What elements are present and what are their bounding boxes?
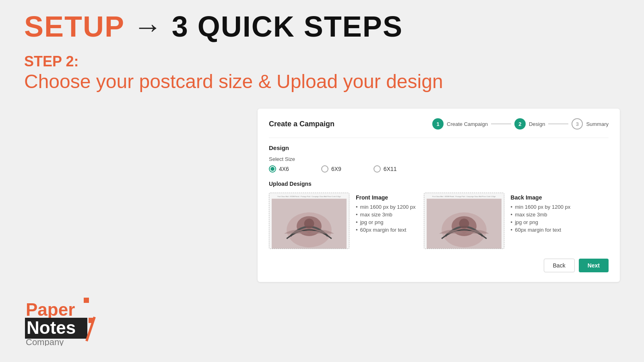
front-spec-3: jpg or png [356, 219, 416, 225]
front-upload-info: Front Image min 1600 px by 1200 px max s… [356, 193, 416, 234]
size-6x11-label: 6X11 [384, 166, 397, 172]
back-spec-3: jpg or png [511, 219, 571, 225]
front-thumb-top: First Class Mail - EDDM Retail - Postage… [272, 195, 347, 198]
title-arrow: → [133, 10, 163, 43]
back-thumb-top: First Class Mail - EDDM Retail - Postage… [427, 195, 502, 198]
size-6x9-label: 6X9 [331, 166, 341, 172]
size-4x6[interactable]: 4X6 [269, 165, 289, 173]
size-6x9[interactable]: 6X9 [321, 165, 341, 173]
step-description: Choose your postcard size & Upload your … [24, 70, 620, 93]
step3-name: Summary [586, 121, 609, 127]
front-image-specs: min 1600 px by 1200 px max size 3mb jpg … [356, 204, 416, 233]
back-image-specs: min 1600 px by 1200 px max size 3mb jpg … [511, 204, 571, 233]
back-image-title: Back Image [511, 194, 571, 201]
front-spec-1: min 1600 px by 1200 px [356, 204, 416, 210]
design-section-title: Design [269, 144, 609, 151]
action-buttons: Back Next [269, 259, 609, 272]
logo-area: Paper Notes Company [24, 294, 105, 346]
svg-point-5 [459, 218, 469, 228]
back-upload-info: Back Image min 1600 px by 1200 px max si… [511, 193, 571, 234]
stepper: 1 Create Campaign 2 Design 3 Summary [432, 118, 609, 130]
size-options: 4X6 6X9 6X11 [269, 165, 609, 173]
page-header: SETUP → 3 QUICK STEPS [0, 0, 644, 45]
size-6x11[interactable]: 6X11 [374, 165, 397, 173]
step3-circle: 3 [572, 118, 583, 130]
card-title: Create a Campaign [269, 120, 334, 128]
back-thumb: First Class Mail - EDDM Retail - Postage… [424, 193, 504, 249]
back-upload-box[interactable]: First Class Mail - EDDM Retail - Postage… [424, 193, 504, 249]
divider [269, 138, 609, 138]
campaign-card: Create a Campaign 1 Create Campaign 2 De… [258, 109, 620, 282]
radio-6x9[interactable] [321, 165, 328, 173]
front-thumb: First Class Mail - EDDM Retail - Postage… [269, 193, 349, 249]
select-size-label: Select Size [269, 156, 609, 162]
upload-section-title: Upload Designs [269, 181, 609, 187]
step2-name: Design [529, 121, 545, 127]
front-image-title: Front Image [356, 194, 416, 201]
back-button[interactable]: Back [544, 259, 575, 272]
page-title: SETUP → 3 QUICK STEPS [24, 12, 620, 41]
step2-circle: 2 [514, 118, 526, 130]
front-spec-4: 60px margin for text [356, 227, 416, 233]
svg-text:Company: Company [26, 337, 64, 346]
front-upload-item: First Class Mail - EDDM Retail - Postage… [269, 193, 416, 249]
front-upload-box[interactable]: First Class Mail - EDDM Retail - Postage… [269, 193, 349, 249]
back-spec-1: min 1600 px by 1200 px [511, 204, 571, 210]
svg-rect-7 [84, 298, 89, 303]
step1-circle: 1 [432, 118, 444, 130]
logo-svg: Paper Notes Company [24, 294, 105, 346]
front-spec-2: max size 3mb [356, 212, 416, 218]
step-label: STEP 2: [24, 53, 620, 70]
step-line-2 [548, 123, 568, 124]
back-spec-2: max size 3mb [511, 212, 571, 218]
svg-point-2 [304, 218, 314, 228]
svg-text:Notes: Notes [27, 318, 76, 337]
title-steps: 3 QUICK STEPS [172, 10, 403, 43]
back-spec-4: 60px margin for text [511, 227, 571, 233]
next-button[interactable]: Next [579, 259, 609, 272]
step-line-1 [491, 123, 511, 124]
upload-grid: First Class Mail - EDDM Retail - Postage… [269, 193, 609, 249]
step-section: STEP 2: Choose your postcard size & Uplo… [0, 45, 644, 95]
step1-name: Create Campaign [447, 121, 488, 127]
size-4x6-label: 4X6 [279, 166, 289, 172]
svg-text:Paper: Paper [26, 300, 75, 319]
radio-4x6[interactable] [269, 165, 276, 173]
back-thumb-image [427, 199, 502, 249]
radio-6x11[interactable] [374, 165, 381, 173]
front-thumb-image [272, 199, 347, 249]
back-upload-item: First Class Mail - EDDM Retail - Postage… [424, 193, 571, 249]
card-header: Create a Campaign 1 Create Campaign 2 De… [269, 118, 609, 130]
title-setup: SETUP [24, 10, 124, 43]
